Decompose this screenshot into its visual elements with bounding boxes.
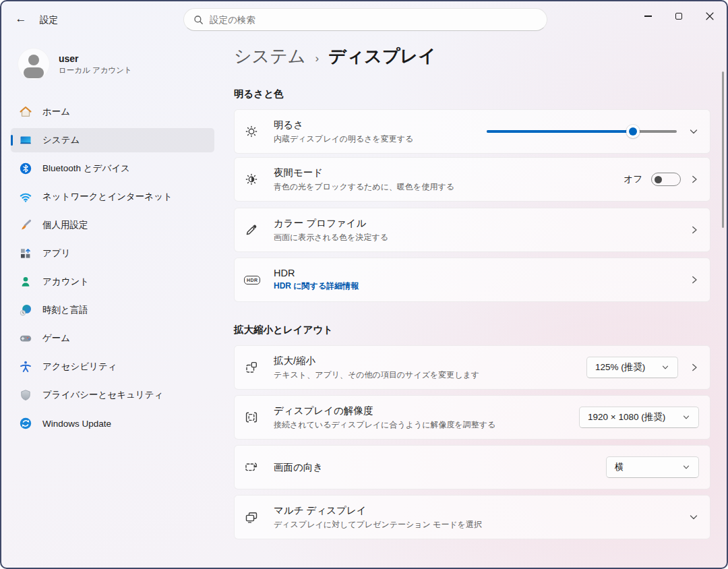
row-subtitle: ディスプレイに対してプレゼンテーション モードを選択 <box>274 519 681 531</box>
user-account-block[interactable]: user ローカル アカウント <box>11 43 214 85</box>
night-light-icon <box>244 172 274 187</box>
row-subtitle: テキスト、アプリ、その他の項目のサイズを変更します <box>274 369 580 381</box>
sidebar-item-bluetooth-devices[interactable]: Bluetooth とデバイス <box>11 156 214 181</box>
search-box[interactable] <box>183 8 547 31</box>
page-title: ディスプレイ <box>328 44 436 68</box>
scale-icon <box>244 360 274 375</box>
sidebar-item-privacy-security[interactable]: プライバシーとセキュリティ <box>11 383 214 407</box>
settings-window: ← 設定 user ローカル アカウント <box>0 0 728 569</box>
app-title: 設定 <box>40 14 58 26</box>
row-subtitle: 内蔵ディスプレイの明るさを変更する <box>274 133 480 145</box>
vertical-scrollbar[interactable] <box>722 71 724 228</box>
row-brightness[interactable]: 明るさ 内蔵ディスプレイの明るさを変更する <box>234 109 710 154</box>
sidebar-item-label: アクセシビリティ <box>42 361 117 373</box>
chevron-down-icon <box>661 363 669 371</box>
row-multi-display[interactable]: マルチ ディスプレイ ディスプレイに対してプレゼンテーション モードを選択 <box>234 495 710 539</box>
row-hdr[interactable]: HDR HDR HDR に関する詳細情報 <box>234 258 710 302</box>
sidebar-item-label: Bluetooth とデバイス <box>42 162 130 175</box>
gaming-icon <box>19 332 32 345</box>
resolution-dropdown-value: 1920 × 1080 (推奨) <box>588 411 665 423</box>
section-heading-scale-layout: 拡大縮小とレイアウト <box>234 324 710 336</box>
row-subtitle: 画面に表示される色を決定する <box>274 232 683 243</box>
maximize-button[interactable] <box>663 3 694 30</box>
orientation-dropdown-value: 横 <box>615 461 624 473</box>
brightness-icon <box>244 124 274 139</box>
section-heading-brightness-color: 明るさと色 <box>234 88 710 100</box>
minimize-button[interactable] <box>632 3 663 30</box>
minimize-icon <box>644 16 652 16</box>
hdr-icon: HDR <box>244 276 274 284</box>
sidebar-item-label: アプリ <box>42 247 70 260</box>
orientation-icon <box>244 460 274 475</box>
brightness-slider[interactable] <box>487 125 677 138</box>
row-orientation[interactable]: 画面の向き 横 <box>234 445 710 489</box>
sidebar-item-label: 個人用設定 <box>42 219 88 231</box>
sidebar-item-label: アカウント <box>42 276 89 288</box>
home-icon <box>19 105 32 119</box>
resolution-icon <box>244 410 274 425</box>
search-icon <box>193 15 204 25</box>
sidebar-item-label: システム <box>42 134 80 146</box>
toggle-state-label: オフ <box>624 173 642 185</box>
row-title: 夜間モード <box>274 167 617 179</box>
sidebar-item-label: ネットワークとインターネット <box>42 191 173 203</box>
sidebar-item-system[interactable]: システム <box>11 128 214 152</box>
window-controls <box>632 3 725 30</box>
row-color-profile[interactable]: カラー プロファイル 画面に表示される色を決定する <box>234 208 710 252</box>
hdr-info-link[interactable]: HDR に関する詳細情報 <box>274 280 683 292</box>
row-resolution[interactable]: ディスプレイの解像度 接続されているディスプレイに合うように解像度を調整する 1… <box>234 395 710 440</box>
sidebar-item-personalization[interactable]: 個人用設定 <box>11 213 214 237</box>
brightness-slider-thumb[interactable] <box>626 125 640 138</box>
color-profile-icon <box>244 222 274 237</box>
chevron-right-icon <box>690 275 699 284</box>
search-input[interactable] <box>210 15 537 25</box>
back-arrow-icon: ← <box>16 12 27 26</box>
close-button[interactable] <box>694 3 725 30</box>
maximize-icon <box>675 13 682 20</box>
accounts-icon <box>19 275 32 289</box>
multi-display-icon <box>244 510 274 525</box>
back-button[interactable]: ← <box>9 8 32 30</box>
network-icon <box>19 190 32 204</box>
sidebar-item-apps[interactable]: アプリ <box>11 241 214 266</box>
row-title: 明るさ <box>274 119 480 131</box>
scale-dropdown[interactable]: 125% (推奨) <box>586 357 678 378</box>
sidebar-item-gaming[interactable]: ゲーム <box>11 326 214 351</box>
sidebar-item-label: プライバシーとセキュリティ <box>42 389 163 401</box>
chevron-right-icon <box>690 175 699 184</box>
chevron-down-icon[interactable] <box>688 512 699 522</box>
sidebar: user ローカル アカウント ホーム システム B <box>1 38 224 568</box>
resolution-dropdown[interactable]: 1920 × 1080 (推奨) <box>579 407 699 428</box>
chevron-down-icon <box>682 463 690 471</box>
user-account-type: ローカル アカウント <box>59 65 132 76</box>
chevron-down-icon <box>682 413 690 421</box>
row-night-mode[interactable]: 夜間モード 青色の光をブロックするために、暖色を使用する オフ <box>234 157 710 202</box>
sidebar-item-time-language[interactable]: 時刻と言語 <box>11 298 214 322</box>
sidebar-item-windows-update[interactable]: Windows Update <box>11 411 214 436</box>
personalization-icon <box>19 218 32 232</box>
sidebar-item-home[interactable]: ホーム <box>11 100 214 124</box>
chevron-down-icon[interactable] <box>688 126 699 137</box>
sidebar-item-accessibility[interactable]: アクセシビリティ <box>11 355 214 379</box>
row-subtitle: 接続されているディスプレイに合うように解像度を調整する <box>274 419 572 431</box>
breadcrumb-parent[interactable]: システム <box>234 44 305 68</box>
privacy-icon <box>19 388 32 402</box>
avatar <box>18 48 50 80</box>
row-title: 拡大/縮小 <box>274 355 580 367</box>
row-scale[interactable]: 拡大/縮小 テキスト、アプリ、その他の項目のサイズを変更します 125% (推奨… <box>234 345 710 390</box>
system-icon <box>19 133 32 147</box>
orientation-dropdown[interactable]: 横 <box>606 456 699 478</box>
sidebar-item-network-internet[interactable]: ネットワークとインターネット <box>11 185 214 209</box>
row-title: カラー プロファイル <box>274 217 683 230</box>
chevron-right-icon <box>690 363 699 372</box>
sidebar-item-label: ホーム <box>42 106 70 118</box>
chevron-right-icon <box>690 225 699 235</box>
night-mode-toggle[interactable] <box>651 173 681 186</box>
sidebar-item-accounts[interactable]: アカウント <box>11 270 214 294</box>
titlebar: ← 設定 <box>1 1 727 38</box>
row-title: ディスプレイの解像度 <box>274 405 572 417</box>
breadcrumb: システム › ディスプレイ <box>234 44 710 68</box>
windows-update-icon <box>19 417 32 430</box>
user-name: user <box>59 53 132 64</box>
accessibility-icon <box>19 360 32 373</box>
